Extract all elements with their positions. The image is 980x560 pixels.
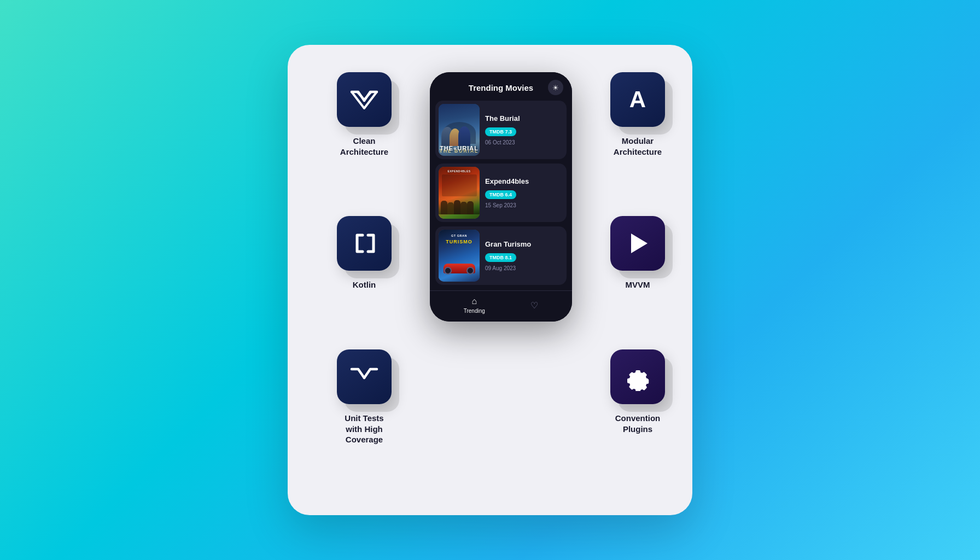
movie-name: Expend4bles bbox=[485, 177, 563, 185]
movie-poster-expend: EXPEND4BLES bbox=[439, 167, 480, 219]
clean-architecture-icon bbox=[337, 72, 392, 127]
theme-button[interactable]: ☀ bbox=[548, 80, 563, 95]
feature-unit-tests: Unit Testswith HighCoverage bbox=[337, 349, 392, 445]
letter-a-icon: A bbox=[629, 86, 646, 113]
movie-poster-gran: GT GRAN TURISMO bbox=[439, 230, 480, 282]
mvvm-label: MVVM bbox=[626, 279, 650, 290]
modular-architecture-icon: A bbox=[610, 72, 665, 127]
feature-modular-architecture: A ModularArchitecture bbox=[610, 72, 665, 157]
nav-favorites[interactable]: ♡ bbox=[530, 300, 538, 311]
movie-card[interactable]: THE BURIAL The Burial TMDB 7.3 06 Oct 20… bbox=[435, 101, 567, 159]
tmdb-badge: TMDB 6.4 bbox=[485, 190, 516, 199]
gear-svg-icon bbox=[623, 363, 652, 391]
unit-tests-icon bbox=[337, 349, 392, 404]
feature-kotlin: Kotlin bbox=[337, 216, 392, 290]
convention-plugins-label: ConventionPlugins bbox=[615, 413, 661, 434]
movie-name: Gran Turismo bbox=[485, 240, 563, 248]
phone-mockup: Trending Movies ☀ THE BURIAL bbox=[430, 72, 572, 322]
mvvm-icon bbox=[610, 216, 665, 271]
movie-info-expend: Expend4bles TMDB 6.4 15 Sep 2023 bbox=[485, 175, 563, 211]
phone-container: Trending Movies ☀ THE BURIAL bbox=[430, 72, 572, 322]
movie-date: 06 Oct 2023 bbox=[485, 139, 563, 145]
convention-plugins-icon bbox=[610, 349, 665, 404]
tmdb-badge: TMDB 8.1 bbox=[485, 253, 516, 262]
movie-date: 15 Sep 2023 bbox=[485, 202, 563, 208]
movie-card[interactable]: EXPEND4BLES Expend4bles bbox=[435, 164, 567, 222]
phone-title: Trending Movies bbox=[454, 83, 548, 92]
nav-trending-label: Trending bbox=[464, 308, 485, 314]
m-chevron-icon-2 bbox=[349, 365, 380, 389]
movie-info-burial: The Burial TMDB 7.3 06 Oct 2023 bbox=[485, 112, 563, 148]
theme-icon: ☀ bbox=[552, 84, 559, 92]
modular-architecture-label: ModularArchitecture bbox=[614, 136, 662, 157]
heart-icon: ♡ bbox=[530, 300, 538, 311]
movie-date: 09 Aug 2023 bbox=[485, 265, 563, 271]
phone-nav: ⌂ Trending ♡ bbox=[430, 290, 572, 322]
movie-name: The Burial bbox=[485, 114, 563, 122]
feature-clean-architecture: CleanArchitecture bbox=[337, 72, 392, 157]
feature-convention-plugins: ConventionPlugins bbox=[610, 349, 665, 434]
m-chevron-icon bbox=[349, 88, 380, 112]
kotlin-label: Kotlin bbox=[353, 279, 376, 290]
unit-tests-label: Unit Testswith HighCoverage bbox=[345, 413, 383, 445]
tmdb-badge: TMDB 7.3 bbox=[485, 127, 516, 136]
movie-card[interactable]: GT GRAN TURISMO Gran Turismo TMDB 8.1 09… bbox=[435, 226, 567, 285]
movie-info-gran: Gran Turismo TMDB 8.1 09 Aug 2023 bbox=[485, 238, 563, 273]
main-card: CleanArchitecture Trending Movies ☀ bbox=[288, 45, 692, 515]
movie-poster-burial: THE BURIAL bbox=[439, 104, 480, 156]
clean-architecture-label: CleanArchitecture bbox=[340, 136, 388, 157]
feature-mvvm: MVVM bbox=[610, 216, 665, 290]
kotlin-icon bbox=[337, 216, 392, 271]
home-icon: ⌂ bbox=[471, 296, 477, 306]
bracket-svg bbox=[351, 230, 378, 257]
nav-trending[interactable]: ⌂ Trending bbox=[464, 296, 485, 314]
phone-header: Trending Movies ☀ bbox=[430, 72, 572, 101]
movie-list: THE BURIAL The Burial TMDB 7.3 06 Oct 20… bbox=[430, 101, 572, 290]
play-icon bbox=[631, 234, 648, 253]
